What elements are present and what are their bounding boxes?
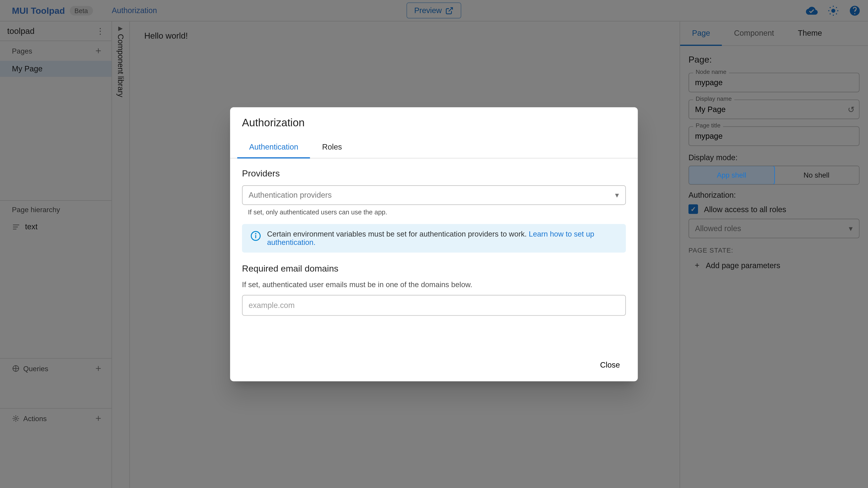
chevron-down-icon: ▾ — [615, 191, 619, 199]
close-button[interactable]: Close — [594, 357, 626, 372]
alert-text: Certain environment variables must be se… — [267, 230, 529, 238]
domains-heading: Required email domains — [242, 263, 626, 273]
toggle-app-shell[interactable]: App shell — [688, 166, 775, 185]
auth-providers-placeholder: Authentication providers — [249, 191, 332, 199]
tab-roles[interactable]: Roles — [310, 136, 354, 158]
modal-overlay[interactable]: Authorization Authentication Roles Provi… — [0, 0, 868, 488]
authorization-dialog: Authorization Authentication Roles Provi… — [230, 107, 638, 381]
email-domain-input[interactable] — [242, 295, 626, 315]
providers-helper-text: If set, only authenticated users can use… — [248, 208, 626, 216]
providers-heading: Providers — [242, 168, 626, 178]
dialog-title: Authorization — [230, 107, 638, 136]
tab-authentication[interactable]: Authentication — [237, 136, 310, 158]
info-icon — [250, 230, 261, 241]
domains-description: If set, authenticated user emails must b… — [242, 281, 626, 289]
info-alert: Certain environment variables must be se… — [242, 224, 626, 252]
auth-providers-select[interactable]: Authentication providers ▾ — [242, 185, 626, 205]
svg-point-17 — [255, 233, 256, 234]
